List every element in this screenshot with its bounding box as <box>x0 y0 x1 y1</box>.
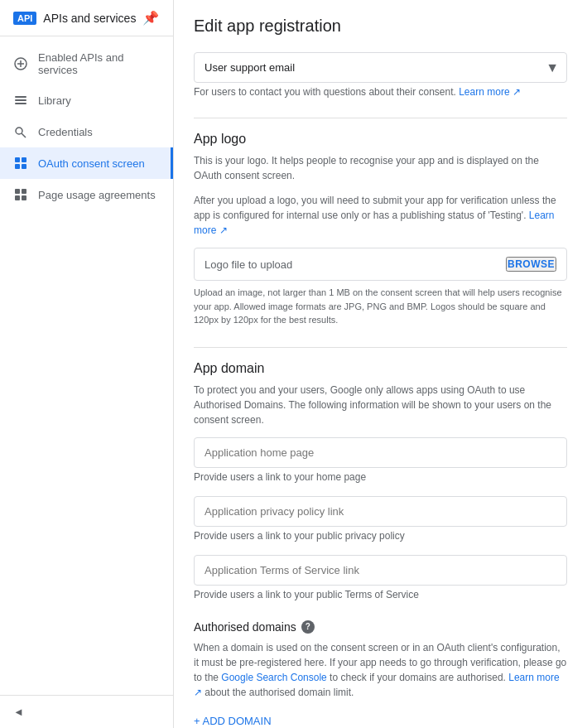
terms-of-service-group: Provide users a link to your public Term… <box>194 555 567 600</box>
privacy-policy-input[interactable] <box>194 496 567 527</box>
domains-title: Authorised domains <box>194 620 296 634</box>
sidebar-item-label: OAuth consent screen <box>38 157 145 170</box>
sidebar-item-credentials[interactable]: Credentials <box>0 116 173 147</box>
domains-header: Authorised domains ? <box>194 620 567 634</box>
sidebar-item-label: Library <box>38 94 71 107</box>
enabled-apis-icon <box>13 56 28 71</box>
sidebar-item-oauth-consent[interactable]: OAuth consent screen <box>0 147 173 179</box>
user-support-email-section: User support email ▼ For users to contac… <box>194 52 567 98</box>
app-logo-title: App logo <box>194 132 567 147</box>
svg-line-7 <box>22 133 26 137</box>
app-domain-desc: To protect you and your users, Google on… <box>194 383 567 427</box>
svg-rect-12 <box>15 189 20 194</box>
sidebar-collapse-button[interactable]: ◄ <box>0 695 173 728</box>
collapse-icon: ◄ <box>13 706 24 718</box>
learn-more-link[interactable]: Learn more ↗ <box>459 86 521 98</box>
svg-rect-9 <box>22 157 26 162</box>
api-badge: API <box>13 12 36 25</box>
browse-button[interactable]: BROWSE <box>506 257 556 272</box>
divider2 <box>194 347 567 348</box>
library-icon <box>13 93 28 108</box>
main-content: Edit app registration User support email… <box>174 0 587 728</box>
home-page-group: Provide users a link to your home page <box>194 437 567 483</box>
domains-desc: When a domain is used on the consent scr… <box>194 640 567 700</box>
home-page-input[interactable] <box>194 437 567 468</box>
sidebar-nav: Enabled APIs and services Library Creden… <box>0 36 173 217</box>
privacy-policy-helper: Provide users a link to your public priv… <box>194 530 567 542</box>
sidebar-item-library[interactable]: Library <box>0 84 173 116</box>
privacy-policy-group: Provide users a link to your public priv… <box>194 496 567 542</box>
upload-hint: Upload an image, not larger than 1 MB on… <box>194 286 567 327</box>
svg-rect-4 <box>15 99 26 101</box>
svg-point-6 <box>16 128 22 134</box>
user-support-email-helper: For users to contact you with questions … <box>194 86 567 98</box>
app-domain-title: App domain <box>194 361 567 376</box>
logo-upload-field: Logo file to upload BROWSE <box>194 248 567 281</box>
add-domain-button[interactable]: + ADD DOMAIN <box>194 710 272 729</box>
app-logo-section: App logo This is your logo. It helps peo… <box>194 132 567 327</box>
svg-rect-14 <box>15 195 20 200</box>
pin-icon: 📌 <box>142 10 159 26</box>
sidebar-item-label: Page usage agreements <box>38 189 156 201</box>
svg-rect-5 <box>15 103 26 104</box>
app-logo-desc2: After you upload a logo, you will need t… <box>194 193 567 238</box>
divider <box>194 118 567 118</box>
sidebar-item-enabled-apis[interactable]: Enabled APIs and services <box>0 43 173 84</box>
authorised-domains-section: Authorised domains ? When a domain is us… <box>194 620 567 729</box>
svg-rect-8 <box>15 157 20 162</box>
sidebar-item-label: Credentials <box>38 126 93 138</box>
app-domain-section: App domain To protect you and your users… <box>194 361 567 600</box>
terms-of-service-input[interactable] <box>194 555 567 586</box>
page-title: Edit app registration <box>194 17 567 36</box>
sidebar-title: APIs and services <box>43 12 136 25</box>
page-usage-icon <box>13 187 28 202</box>
home-page-helper: Provide users a link to your home page <box>194 471 567 483</box>
oauth-consent-icon <box>13 156 28 171</box>
google-search-console-link[interactable]: Google Search Console <box>221 672 326 683</box>
sidebar-item-page-usage[interactable]: Page usage agreements <box>0 179 173 210</box>
sidebar: API APIs and services 📌 Enabled APIs and… <box>0 0 174 728</box>
svg-rect-11 <box>22 164 26 169</box>
svg-rect-3 <box>15 96 26 98</box>
help-icon[interactable]: ? <box>301 620 315 634</box>
user-support-email-select[interactable]: User support email <box>194 52 567 83</box>
sidebar-item-label: Enabled APIs and services <box>38 51 160 76</box>
svg-rect-13 <box>22 189 26 194</box>
logo-upload-label: Logo file to upload <box>204 258 506 271</box>
svg-rect-10 <box>15 164 20 169</box>
sidebar-header: API APIs and services 📌 <box>0 0 173 36</box>
terms-of-service-helper: Provide users a link to your public Term… <box>194 589 567 600</box>
credentials-icon <box>13 124 28 139</box>
user-support-email-wrapper: User support email ▼ <box>194 52 567 83</box>
svg-rect-15 <box>22 195 26 200</box>
app-logo-desc1: This is your logo. It helps people to re… <box>194 153 567 183</box>
